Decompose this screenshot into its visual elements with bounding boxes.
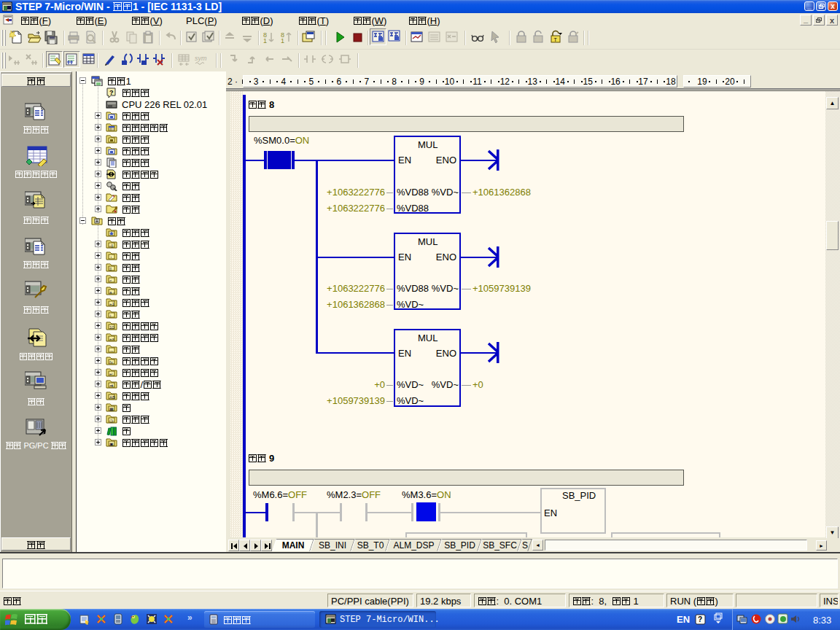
svg-text:+×: +× (109, 337, 115, 341)
svg-text:▦: ▦ (109, 407, 114, 411)
svg-text:⇉: ⇉ (109, 384, 113, 388)
svg-text:≡: ≡ (109, 267, 112, 271)
svg-text:1: 1 (281, 37, 284, 44)
svg-text:◷: ◷ (109, 419, 113, 423)
svg-text:↵: ↵ (109, 372, 113, 376)
svg-text:T: T (554, 37, 558, 42)
svg-text:<: < (109, 279, 112, 283)
svg-text:▣: ▣ (109, 442, 114, 446)
svg-text:↕: ↕ (109, 314, 112, 318)
svg-text:◔: ◔ (109, 255, 112, 260)
svg-text:?: ? (698, 615, 702, 623)
svg-text:1: 1 (263, 37, 267, 44)
svg-text:?: ? (109, 89, 114, 96)
svg-text:AB: AB (109, 395, 115, 400)
svg-text:+1: +1 (109, 302, 115, 306)
svg-text:→: → (109, 349, 114, 353)
svg-text:a→: a→ (109, 290, 116, 295)
svg-text:-||: -|| (109, 244, 114, 248)
svg-text:10: 10 (109, 325, 114, 330)
svg-text:fx: fx (109, 360, 113, 365)
svg-text:sym: sym (195, 55, 207, 62)
